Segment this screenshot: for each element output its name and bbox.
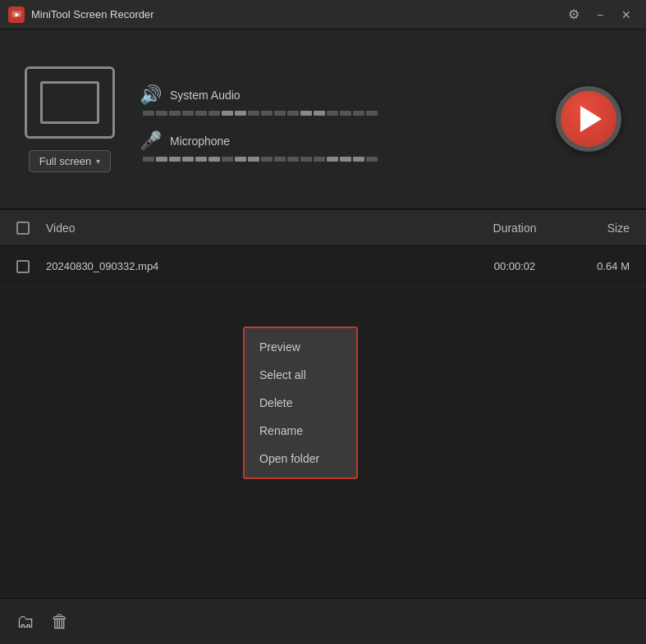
duration-column-header: Duration bbox=[465, 222, 564, 235]
system-audio-row: 🔊 System Audio bbox=[140, 84, 531, 116]
play-icon bbox=[580, 106, 602, 132]
delete-button[interactable]: 🗑 bbox=[51, 611, 69, 633]
context-menu-delete[interactable]: Delete bbox=[245, 389, 356, 417]
bottom-bar: 🗂 🗑 bbox=[0, 598, 646, 644]
open-folder-button[interactable]: 🗂 bbox=[16, 611, 34, 633]
screen-frame bbox=[25, 66, 115, 139]
chevron-down-icon: ▾ bbox=[96, 157, 100, 166]
speaker-icon: 🔊 bbox=[140, 84, 162, 106]
app-title: MiniTool Screen Recorder bbox=[31, 8, 154, 21]
record-button-wrap bbox=[556, 86, 621, 152]
top-panel: Full screen ▾ 🔊 System Audio 🎤 Microphon… bbox=[0, 30, 646, 210]
row-checkbox-col bbox=[16, 260, 46, 273]
file-name: 20240830_090332.mp4 bbox=[46, 260, 465, 272]
table-row[interactable]: 20240830_090332.mp4 00:00:02 0.64 M bbox=[0, 246, 646, 287]
title-bar-controls: ⚙ − ✕ bbox=[562, 5, 638, 25]
select-all-checkbox[interactable] bbox=[16, 222, 30, 235]
size-value: 0.64 M bbox=[564, 260, 630, 272]
microphone-icon: 🎤 bbox=[140, 130, 162, 152]
size-column-header: Size bbox=[564, 222, 630, 235]
context-menu-select-all[interactable]: Select all bbox=[245, 361, 356, 389]
close-button[interactable]: ✕ bbox=[615, 5, 638, 25]
system-audio-label: System Audio bbox=[170, 89, 241, 102]
screen-inner bbox=[40, 81, 99, 124]
settings-button[interactable]: ⚙ bbox=[562, 5, 585, 25]
title-bar-left: MiniTool Screen Recorder bbox=[8, 7, 154, 23]
audio-section: 🔊 System Audio 🎤 Microphone bbox=[140, 76, 531, 162]
microphone-level bbox=[140, 157, 531, 162]
context-menu: Preview Select all Delete Rename Open fo… bbox=[243, 327, 358, 479]
app-icon bbox=[8, 7, 25, 23]
microphone-row: 🎤 Microphone bbox=[140, 130, 531, 162]
microphone-label: Microphone bbox=[170, 135, 230, 148]
context-menu-open-folder[interactable]: Open folder bbox=[245, 445, 356, 473]
screen-capture-area: Full screen ▾ bbox=[25, 66, 115, 172]
system-audio-level bbox=[140, 111, 531, 116]
folder-icon: 🗂 bbox=[16, 611, 34, 633]
context-menu-rename[interactable]: Rename bbox=[245, 417, 356, 445]
header-checkbox-col bbox=[16, 222, 46, 235]
minimize-button[interactable]: − bbox=[589, 5, 612, 25]
row-checkbox[interactable] bbox=[16, 260, 30, 273]
title-bar: MiniTool Screen Recorder ⚙ − ✕ bbox=[0, 0, 646, 30]
fullscreen-button[interactable]: Full screen ▾ bbox=[29, 150, 112, 172]
trash-icon: 🗑 bbox=[51, 611, 69, 633]
duration-value: 00:00:02 bbox=[465, 260, 564, 272]
recordings-table: Video Duration Size 20240830_090332.mp4 … bbox=[0, 210, 646, 287]
context-menu-preview[interactable]: Preview bbox=[245, 333, 356, 361]
video-column-header: Video bbox=[46, 222, 465, 235]
fullscreen-label: Full screen bbox=[39, 155, 92, 167]
table-header: Video Duration Size bbox=[0, 210, 646, 246]
record-button[interactable] bbox=[556, 86, 621, 152]
